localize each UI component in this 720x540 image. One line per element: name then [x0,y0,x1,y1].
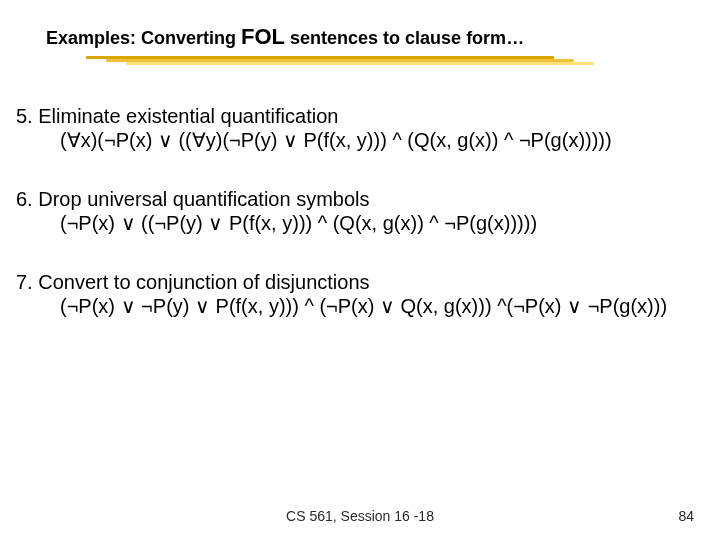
footer-page-number: 84 [678,508,694,524]
item-heading: 6. Drop universal quantification symbols [16,187,684,211]
slide-title-part3: sentences to clause form… [285,28,524,48]
list-item: 7. Convert to conjunction of disjunction… [16,270,684,319]
slide-title-fol: FOL [241,24,285,49]
slide-footer: CS 561, Session 16 -18 84 [0,508,720,526]
underline-bar-3 [126,62,594,65]
list-item: 6. Drop universal quantification symbols… [16,187,684,236]
slide-title: Examples: Converting FOL sentences to cl… [46,24,674,50]
item-number: 6. [16,188,33,210]
slide-body: 5. Eliminate existential quantification … [16,104,684,352]
item-heading: 5. Eliminate existential quantification [16,104,684,128]
footer-course: CS 561, Session 16 -18 [0,508,720,524]
item-heading-text: Drop universal quantification symbols [38,188,369,210]
item-expression: (∀x)(¬P(x) ∨ ((∀y)(¬P(y) ∨ P(f(x, y))) ^… [16,128,684,152]
item-number: 7. [16,271,33,293]
slide-title-wrap: Examples: Converting FOL sentences to cl… [46,24,674,66]
item-number: 5. [16,105,33,127]
slide: Examples: Converting FOL sentences to cl… [0,0,720,540]
item-heading-text: Convert to conjunction of disjunctions [38,271,369,293]
item-expression: (¬P(x) ∨ ((¬P(y) ∨ P(f(x, y))) ^ (Q(x, g… [16,211,684,235]
title-underline [46,56,674,66]
list-item: 5. Eliminate existential quantification … [16,104,684,153]
item-heading: 7. Convert to conjunction of disjunction… [16,270,684,294]
slide-title-part1: Examples: Converting [46,28,241,48]
item-expression: (¬P(x) ∨ ¬P(y) ∨ P(f(x, y))) ^ (¬P(x) ∨ … [16,294,684,318]
item-heading-text: Eliminate existential quantification [38,105,338,127]
